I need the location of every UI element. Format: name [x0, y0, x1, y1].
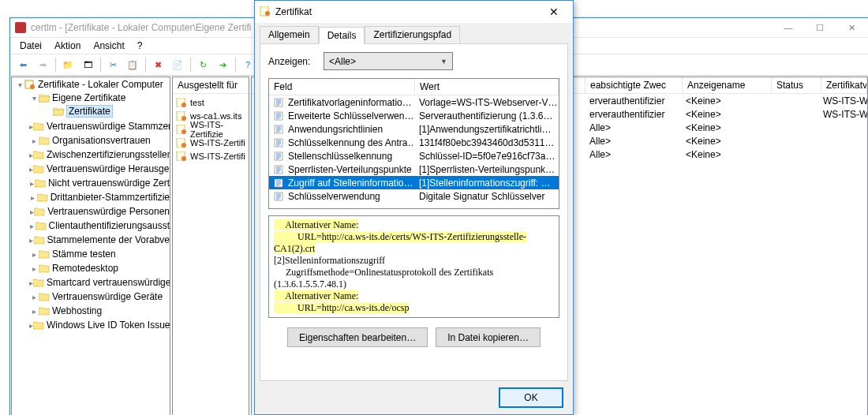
close-button[interactable]: ✕: [836, 18, 867, 37]
folder-icon: [34, 235, 45, 245]
folder-icon: [39, 136, 50, 145]
tree-item[interactable]: Windows Live ID Token Issuer: [47, 320, 170, 331]
tab-certpath[interactable]: Zertifizierungspfad: [365, 26, 460, 43]
tree-twisty[interactable]: ▾: [15, 80, 24, 89]
edit-properties-button[interactable]: Eigenschaften bearbeiten…: [287, 327, 428, 347]
list-item[interactable]: WS-ITS-Zertifizie: [174, 122, 247, 136]
tree-twisty[interactable]: ▸: [29, 193, 37, 202]
show-combobox[interactable]: <Alle> ▼: [324, 52, 453, 70]
prop-icon: [274, 125, 285, 134]
tree-item[interactable]: Nicht vertrauenswürdige Zert: [48, 178, 170, 189]
tree-twisty[interactable]: ▸: [29, 293, 39, 301]
col-field[interactable]: Feld: [269, 79, 415, 95]
field-row-selected[interactable]: Zugriff auf Stelleninformatio…[1]Stellen…: [269, 176, 559, 189]
col-status[interactable]: Status: [772, 77, 821, 93]
dialog-titlebar: Zertifikat ✕: [255, 1, 573, 23]
dialog-close-button[interactable]: ✕: [540, 2, 568, 21]
tree-item[interactable]: Remotedesktop: [52, 263, 118, 274]
tree-twisty[interactable]: ▸: [29, 222, 36, 230]
nav-back-button[interactable]: ⬅: [13, 55, 32, 74]
fields-body[interactable]: Zertifikatvorlageninformatio…Vorlage=WS-…: [269, 95, 559, 206]
tree-item[interactable]: Zwischenzertifizierungsstellen: [47, 149, 170, 160]
tree-twisty[interactable]: ▸: [29, 250, 39, 259]
separator: [100, 58, 101, 72]
tree-twisty[interactable]: ▾: [29, 94, 39, 103]
tree-item[interactable]: Vertrauenswürdige Geräte: [52, 291, 163, 302]
tree-item[interactable]: Webhosting: [52, 305, 102, 316]
cert-icon: [176, 125, 187, 134]
col-value[interactable]: Wert: [415, 79, 559, 95]
cert-root-icon: [24, 80, 36, 89]
folder-icon: [36, 221, 47, 230]
maximize-button[interactable]: ☐: [804, 18, 836, 37]
field-row[interactable]: Sperrlisten-Verteilungspunkte[1]Sperrlis…: [269, 163, 559, 176]
folder-icon: [33, 122, 44, 131]
folder-icon: [33, 150, 44, 159]
tree-twisty[interactable]: ▸: [29, 264, 39, 273]
list-item[interactable]: WS-ITS-Zertifi: [174, 136, 247, 149]
folder-icon: [39, 292, 50, 301]
field-row[interactable]: SchlüsselverwendungDigitale Signatur Sch…: [269, 189, 559, 203]
col-template[interactable]: Zertifikatvorlag: [821, 77, 867, 93]
tree-twisty[interactable]: ▸: [29, 179, 35, 188]
col-displayname[interactable]: Anzeigename: [683, 77, 772, 93]
tree-item[interactable]: Stämme testen: [52, 249, 116, 260]
props-button[interactable]: 🗔: [78, 55, 97, 74]
prop-icon: [274, 111, 285, 121]
folder-icon: [33, 278, 44, 287]
copy-to-file-button[interactable]: In Datei kopieren…: [436, 327, 541, 347]
list-item[interactable]: WS-ITS-Zertifi: [174, 149, 247, 163]
folder-icon: [33, 320, 44, 330]
prop-icon: [274, 178, 285, 188]
menu-action[interactable]: Aktion: [48, 40, 87, 51]
folder-icon: [33, 164, 44, 174]
field-row[interactable]: Zertifikatvorlageninformatio…Vorlage=WS-…: [269, 95, 559, 109]
delete-button[interactable]: ✖: [148, 55, 167, 74]
prop-icon: [274, 138, 285, 148]
tree-item[interactable]: Vertrauenswürdige Herausgel: [47, 163, 170, 174]
issued-for-header[interactable]: Ausgestellt für: [173, 77, 249, 94]
field-row[interactable]: StellenschlüsselkennungSchlüssel-ID=5f0e…: [269, 149, 559, 163]
cut-button[interactable]: ✂: [103, 55, 122, 74]
tree-item[interactable]: Drittanbieter-Stammzertifizie: [51, 192, 170, 203]
list-item[interactable]: test: [174, 95, 247, 109]
ok-button[interactable]: OK: [499, 387, 563, 408]
chevron-down-icon: ▼: [440, 58, 447, 65]
field-row[interactable]: Schlüsselkennung des Antra…131f4f80ebc39…: [269, 136, 559, 149]
field-detail-text[interactable]: Alternativer Name: URL=http://ca.ws-its.…: [268, 215, 559, 318]
tree-twisty[interactable]: ▸: [29, 307, 39, 316]
tree-root[interactable]: Zertifikate - Lokaler Computer: [38, 79, 163, 90]
menu-help[interactable]: ?: [131, 40, 149, 51]
tree-item[interactable]: Smartcard vertrauenswürdige: [47, 277, 170, 288]
menu-file[interactable]: Datei: [13, 40, 48, 51]
export-button[interactable]: 📄: [168, 55, 187, 74]
tree-twisty[interactable]: ▸: [29, 136, 39, 145]
show-label: Anzeigen:: [268, 56, 324, 67]
field-row[interactable]: Anwendungsrichtlinien[1]Anwendungszertif…: [269, 122, 559, 136]
tree-item[interactable]: Vertrauenswürdige Personen: [47, 206, 170, 217]
tree-certs-selected[interactable]: Zertifikate: [66, 105, 113, 118]
up-button[interactable]: 📁: [58, 55, 77, 74]
svg-point-4: [30, 84, 35, 89]
separator: [235, 58, 236, 72]
separator: [145, 58, 146, 72]
exportlist-button[interactable]: ➔: [213, 55, 232, 74]
tree-item[interactable]: Vertrauenswürdige Stammzer: [47, 121, 170, 132]
col-purpose[interactable]: eabsichtigte Zwec: [586, 77, 683, 93]
tree-item[interactable]: Clientauthentifizierungsausst: [49, 220, 170, 231]
tree-item[interactable]: Organisationsvertrauen: [52, 135, 151, 146]
folder-open-icon: [53, 107, 64, 116]
menu-view[interactable]: Ansicht: [87, 40, 130, 51]
tree-own[interactable]: Eigene Zertifikate: [52, 92, 125, 103]
field-row[interactable]: Erweiterte Schlüsselverwen…Serverauthent…: [269, 109, 559, 122]
tab-body: Anzeigen: <Alle> ▼ Feld Wert Zertifikatv…: [260, 43, 568, 381]
nav-fwd-button[interactable]: ➡: [33, 55, 52, 74]
copy-button[interactable]: 📋: [123, 55, 142, 74]
refresh-button[interactable]: ↻: [193, 55, 212, 74]
separator: [55, 58, 56, 72]
tree-item[interactable]: Stammelemente der Vorabve: [47, 234, 170, 245]
tab-details[interactable]: Details: [319, 27, 365, 44]
minimize-button[interactable]: —: [773, 18, 804, 37]
tab-general[interactable]: Allgemein: [260, 26, 319, 43]
tree-pane: ▾Zertifikate - Lokaler Computer ▾Eigene …: [11, 77, 170, 415]
